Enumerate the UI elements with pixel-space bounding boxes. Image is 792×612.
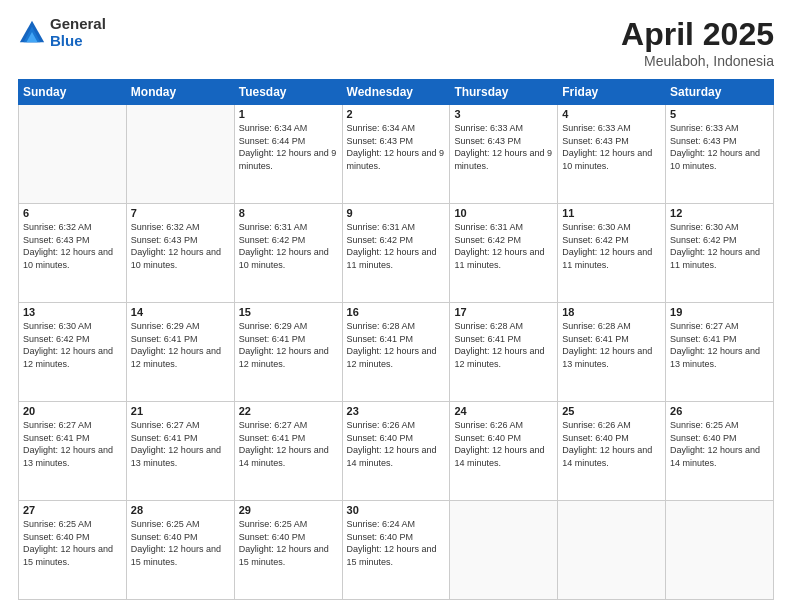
page: General Blue April 2025 Meulaboh, Indone… [0,0,792,612]
day-info: Sunrise: 6:27 AMSunset: 6:41 PMDaylight:… [670,320,769,370]
calendar-cell-w4-d1: 20Sunrise: 6:27 AMSunset: 6:41 PMDayligh… [19,402,127,501]
day-number: 25 [562,405,661,417]
day-info: Sunrise: 6:25 AMSunset: 6:40 PMDaylight:… [131,518,230,568]
calendar-cell-w2-d3: 8Sunrise: 6:31 AMSunset: 6:42 PMDaylight… [234,204,342,303]
day-info: Sunrise: 6:26 AMSunset: 6:40 PMDaylight:… [454,419,553,469]
calendar-cell-w5-d1: 27Sunrise: 6:25 AMSunset: 6:40 PMDayligh… [19,501,127,600]
header-friday: Friday [558,80,666,105]
day-info: Sunrise: 6:25 AMSunset: 6:40 PMDaylight:… [239,518,338,568]
calendar-table: Sunday Monday Tuesday Wednesday Thursday… [18,79,774,600]
calendar-cell-w2-d6: 11Sunrise: 6:30 AMSunset: 6:42 PMDayligh… [558,204,666,303]
title-location: Meulaboh, Indonesia [621,53,774,69]
calendar-cell-w1-d3: 1Sunrise: 6:34 AMSunset: 6:44 PMDaylight… [234,105,342,204]
header-saturday: Saturday [666,80,774,105]
calendar-cell-w3-d6: 18Sunrise: 6:28 AMSunset: 6:41 PMDayligh… [558,303,666,402]
day-number: 15 [239,306,338,318]
calendar-cell-w3-d5: 17Sunrise: 6:28 AMSunset: 6:41 PMDayligh… [450,303,558,402]
day-info: Sunrise: 6:27 AMSunset: 6:41 PMDaylight:… [23,419,122,469]
day-info: Sunrise: 6:34 AMSunset: 6:44 PMDaylight:… [239,122,338,172]
calendar-cell-w4-d7: 26Sunrise: 6:25 AMSunset: 6:40 PMDayligh… [666,402,774,501]
day-number: 11 [562,207,661,219]
day-number: 4 [562,108,661,120]
calendar-cell-w3-d7: 19Sunrise: 6:27 AMSunset: 6:41 PMDayligh… [666,303,774,402]
calendar-cell-w2-d4: 9Sunrise: 6:31 AMSunset: 6:42 PMDaylight… [342,204,450,303]
day-info: Sunrise: 6:28 AMSunset: 6:41 PMDaylight:… [562,320,661,370]
day-number: 5 [670,108,769,120]
logo-icon [18,19,46,47]
calendar-cell-w1-d5: 3Sunrise: 6:33 AMSunset: 6:43 PMDaylight… [450,105,558,204]
day-info: Sunrise: 6:33 AMSunset: 6:43 PMDaylight:… [670,122,769,172]
day-info: Sunrise: 6:24 AMSunset: 6:40 PMDaylight:… [347,518,446,568]
calendar-cell-w5-d2: 28Sunrise: 6:25 AMSunset: 6:40 PMDayligh… [126,501,234,600]
calendar-cell-w1-d1 [19,105,127,204]
day-number: 1 [239,108,338,120]
day-info: Sunrise: 6:34 AMSunset: 6:43 PMDaylight:… [347,122,446,172]
day-info: Sunrise: 6:30 AMSunset: 6:42 PMDaylight:… [670,221,769,271]
calendar-cell-w4-d2: 21Sunrise: 6:27 AMSunset: 6:41 PMDayligh… [126,402,234,501]
day-number: 29 [239,504,338,516]
week-row-5: 27Sunrise: 6:25 AMSunset: 6:40 PMDayligh… [19,501,774,600]
day-number: 24 [454,405,553,417]
day-info: Sunrise: 6:32 AMSunset: 6:43 PMDaylight:… [23,221,122,271]
day-number: 20 [23,405,122,417]
day-info: Sunrise: 6:28 AMSunset: 6:41 PMDaylight:… [347,320,446,370]
calendar-cell-w2-d7: 12Sunrise: 6:30 AMSunset: 6:42 PMDayligh… [666,204,774,303]
day-number: 18 [562,306,661,318]
day-number: 28 [131,504,230,516]
day-number: 6 [23,207,122,219]
calendar-cell-w4-d6: 25Sunrise: 6:26 AMSunset: 6:40 PMDayligh… [558,402,666,501]
calendar-cell-w3-d1: 13Sunrise: 6:30 AMSunset: 6:42 PMDayligh… [19,303,127,402]
day-info: Sunrise: 6:25 AMSunset: 6:40 PMDaylight:… [23,518,122,568]
logo-general-text: General [50,16,106,33]
day-number: 13 [23,306,122,318]
calendar-cell-w3-d3: 15Sunrise: 6:29 AMSunset: 6:41 PMDayligh… [234,303,342,402]
day-info: Sunrise: 6:27 AMSunset: 6:41 PMDaylight:… [239,419,338,469]
day-number: 26 [670,405,769,417]
day-info: Sunrise: 6:31 AMSunset: 6:42 PMDaylight:… [454,221,553,271]
calendar-cell-w2-d2: 7Sunrise: 6:32 AMSunset: 6:43 PMDaylight… [126,204,234,303]
header-tuesday: Tuesday [234,80,342,105]
day-number: 30 [347,504,446,516]
calendar-cell-w2-d5: 10Sunrise: 6:31 AMSunset: 6:42 PMDayligh… [450,204,558,303]
day-info: Sunrise: 6:26 AMSunset: 6:40 PMDaylight:… [347,419,446,469]
day-info: Sunrise: 6:30 AMSunset: 6:42 PMDaylight:… [23,320,122,370]
calendar-cell-w5-d7 [666,501,774,600]
header-sunday: Sunday [19,80,127,105]
calendar-cell-w2-d1: 6Sunrise: 6:32 AMSunset: 6:43 PMDaylight… [19,204,127,303]
day-info: Sunrise: 6:28 AMSunset: 6:41 PMDaylight:… [454,320,553,370]
header-wednesday: Wednesday [342,80,450,105]
calendar-cell-w1-d2 [126,105,234,204]
calendar-cell-w3-d2: 14Sunrise: 6:29 AMSunset: 6:41 PMDayligh… [126,303,234,402]
week-row-1: 1Sunrise: 6:34 AMSunset: 6:44 PMDaylight… [19,105,774,204]
calendar-cell-w5-d3: 29Sunrise: 6:25 AMSunset: 6:40 PMDayligh… [234,501,342,600]
day-info: Sunrise: 6:27 AMSunset: 6:41 PMDaylight:… [131,419,230,469]
day-number: 14 [131,306,230,318]
calendar-cell-w5-d6 [558,501,666,600]
day-number: 19 [670,306,769,318]
day-number: 16 [347,306,446,318]
calendar-header-row: Sunday Monday Tuesday Wednesday Thursday… [19,80,774,105]
day-number: 9 [347,207,446,219]
week-row-4: 20Sunrise: 6:27 AMSunset: 6:41 PMDayligh… [19,402,774,501]
day-info: Sunrise: 6:33 AMSunset: 6:43 PMDaylight:… [454,122,553,172]
day-number: 21 [131,405,230,417]
day-info: Sunrise: 6:30 AMSunset: 6:42 PMDaylight:… [562,221,661,271]
calendar-cell-w5-d5 [450,501,558,600]
day-number: 17 [454,306,553,318]
day-number: 10 [454,207,553,219]
header-monday: Monday [126,80,234,105]
day-info: Sunrise: 6:31 AMSunset: 6:42 PMDaylight:… [347,221,446,271]
day-info: Sunrise: 6:31 AMSunset: 6:42 PMDaylight:… [239,221,338,271]
day-info: Sunrise: 6:29 AMSunset: 6:41 PMDaylight:… [239,320,338,370]
calendar-cell-w5-d4: 30Sunrise: 6:24 AMSunset: 6:40 PMDayligh… [342,501,450,600]
day-number: 27 [23,504,122,516]
day-info: Sunrise: 6:33 AMSunset: 6:43 PMDaylight:… [562,122,661,172]
week-row-3: 13Sunrise: 6:30 AMSunset: 6:42 PMDayligh… [19,303,774,402]
title-area: April 2025 Meulaboh, Indonesia [621,16,774,69]
day-number: 7 [131,207,230,219]
day-number: 8 [239,207,338,219]
header-thursday: Thursday [450,80,558,105]
title-month: April 2025 [621,16,774,53]
logo: General Blue [18,16,106,49]
calendar-cell-w4-d5: 24Sunrise: 6:26 AMSunset: 6:40 PMDayligh… [450,402,558,501]
